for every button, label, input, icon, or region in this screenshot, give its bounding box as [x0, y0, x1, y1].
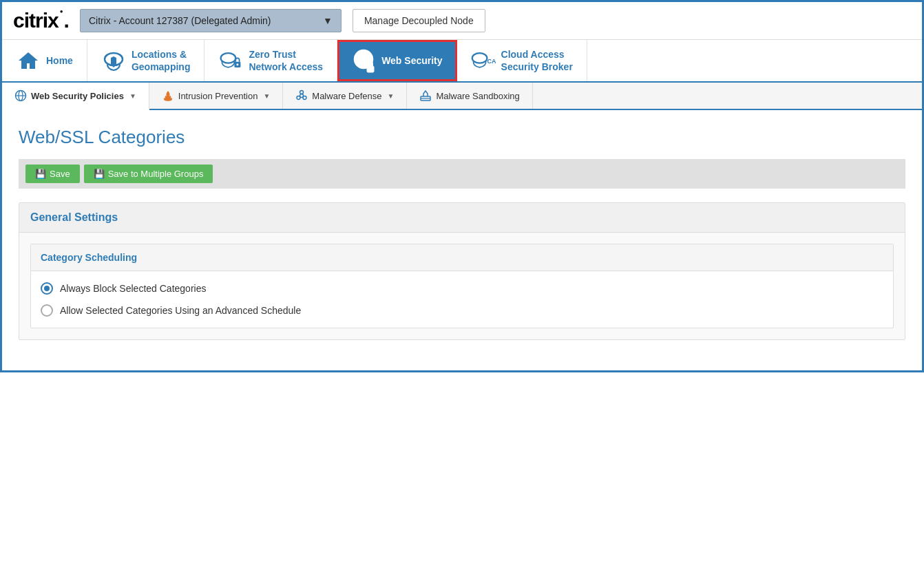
sub-nav-label-web-security-policies: Web Security Policies [31, 91, 124, 101]
chevron-down-icon-2: ▼ [263, 92, 270, 100]
nav-label-ztna: Zero TrustNetwork Access [249, 48, 323, 73]
home-icon [16, 48, 41, 73]
svg-point-12 [472, 53, 487, 63]
sub-nav-item-malware-sandboxing[interactable]: Malware Sandboxing [407, 83, 532, 109]
svg-rect-11 [370, 68, 372, 70]
page-title: Web/SSL Categories [19, 127, 905, 148]
svg-rect-4 [237, 64, 239, 66]
category-scheduling-title: Category Scheduling [41, 252, 137, 263]
chevron-down-icon: ▼ [323, 15, 333, 26]
globe-lock-icon [351, 48, 376, 73]
general-settings-title: General Settings [30, 211, 118, 223]
sandbox-icon [419, 89, 432, 102]
nav-label-web-security: Web Security [381, 54, 442, 67]
manage-node-button[interactable]: Manage Decoupled Node [353, 9, 485, 32]
nav-item-ztna[interactable]: Zero TrustNetwork Access [204, 40, 337, 81]
bio-hazard-icon [295, 89, 308, 102]
save-icon: 💾 [35, 169, 46, 179]
toolbar: 💾 Save 💾 Save to Multiple Groups [19, 159, 905, 189]
sub-nav-item-malware-defense[interactable]: Malware Defense ▼ [283, 83, 407, 109]
svg-point-2 [221, 53, 236, 63]
chevron-down-icon-3: ▼ [387, 92, 394, 100]
save-multi-icon: 💾 [94, 169, 105, 179]
category-scheduling-section: Category Scheduling Always Block Selecte… [30, 244, 894, 328]
radio-always-block[interactable] [41, 282, 53, 295]
account-label: Citrix - Account 127387 (Delegated Admin… [89, 15, 271, 26]
nav-item-locations[interactable]: Locations &Geomapping [87, 40, 205, 81]
radio-option-advanced-schedule[interactable]: Allow Selected Categories Using an Advan… [41, 304, 883, 317]
sub-nav: Web Security Policies ▼ Intrusion Preven… [2, 83, 922, 110]
casb-icon: CASB [471, 48, 496, 73]
save-multi-label: Save to Multiple Groups [108, 169, 204, 179]
category-scheduling-header: Category Scheduling [31, 244, 893, 271]
cloud-lock-icon [218, 48, 243, 73]
advanced-schedule-label: Allow Selected Categories Using an Advan… [60, 305, 301, 316]
nav-item-web-security[interactable]: Web Security [337, 40, 456, 81]
save-button[interactable]: 💾 Save [25, 165, 80, 183]
nav-label-locations: Locations &Geomapping [132, 48, 191, 73]
citrix-logo: citrix●. [13, 9, 69, 32]
radio-advanced-schedule[interactable] [41, 304, 53, 317]
save-multiple-button[interactable]: 💾 Save to Multiple Groups [84, 165, 213, 183]
svg-point-20 [303, 96, 306, 100]
nav-item-casb[interactable]: CASB Cloud AccessSecurity Broker [457, 40, 587, 81]
main-nav: Home Locations &Geomapping Zero TrustNet… [2, 40, 922, 83]
top-bar: citrix●. Citrix - Account 127387 (Delega… [2, 2, 922, 40]
sub-nav-item-web-security-policies[interactable]: Web Security Policies ▼ [2, 83, 149, 110]
svg-text:CASB: CASB [487, 58, 496, 65]
general-settings-header: General Settings [19, 203, 905, 233]
sub-nav-label-intrusion-prevention: Intrusion Prevention [178, 91, 258, 101]
sub-nav-label-malware-sandboxing: Malware Sandboxing [436, 91, 519, 101]
chevron-down-icon: ▼ [129, 92, 136, 100]
sub-nav-item-intrusion-prevention[interactable]: Intrusion Prevention ▼ [149, 83, 284, 109]
logo-dot: ● [60, 8, 63, 14]
logo-text: citrix [13, 9, 59, 32]
main-content: Web/SSL Categories 💾 Save 💾 Save to Mult… [2, 110, 922, 370]
cloud-shield-icon [101, 48, 126, 73]
general-settings-panel: General Settings Category Scheduling Alw… [19, 202, 905, 340]
logo-period: . [64, 9, 69, 32]
svg-point-18 [300, 91, 304, 94]
svg-point-19 [297, 96, 300, 100]
nav-label-casb: Cloud AccessSecurity Broker [501, 48, 573, 73]
account-dropdown[interactable]: Citrix - Account 127387 (Delegated Admin… [80, 9, 342, 32]
radio-option-always-block[interactable]: Always Block Selected Categories [41, 282, 883, 295]
fire-icon [162, 89, 174, 102]
save-label: Save [50, 169, 70, 179]
globe-small-icon [14, 89, 27, 102]
nav-label-home: Home [46, 54, 73, 67]
always-block-label: Always Block Selected Categories [60, 283, 206, 294]
category-scheduling-body: Always Block Selected Categories Allow S… [31, 271, 893, 328]
nav-item-home[interactable]: Home [2, 40, 87, 81]
sub-nav-label-malware-defense: Malware Defense [312, 91, 381, 101]
svg-marker-0 [19, 52, 38, 69]
